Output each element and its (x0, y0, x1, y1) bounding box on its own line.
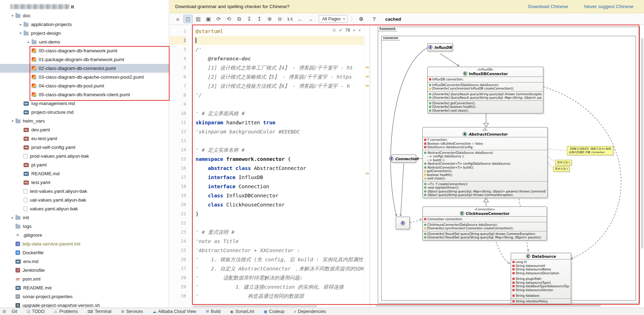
statusbar-codeup[interactable]: ▣Codeup (263, 309, 284, 314)
forward-icon[interactable]: → (306, 15, 315, 23)
chevron-down-icon[interactable]: ▾ (18, 31, 24, 35)
tree-item[interactable]: 05-class-diagram-db-framework-client.pum… (0, 90, 169, 99)
tree-item[interactable]: ▾project-design (0, 29, 169, 38)
menu-icon[interactable]: ≡ (173, 15, 183, 23)
tree-item[interactable]: ▸application-projects (0, 20, 169, 29)
info-stripe-mark[interactable] (366, 173, 369, 174)
tree-item[interactable]: ▸uml-demo (0, 38, 169, 46)
save-diagram-icon[interactable]: ↧ (244, 15, 254, 23)
tree-item[interactable]: MDlog-management.md (0, 99, 169, 108)
line-number: 10 (170, 109, 186, 118)
tree-item[interactable]: YMLtest.yaml (0, 178, 169, 187)
tree-item[interactable]: values.yaml.aliyun-bak (0, 204, 169, 213)
uml-member: [Overwrite] ResultSet query(String query… (424, 232, 545, 236)
tree-item[interactable]: MDREADME.md (0, 283, 169, 292)
tree-item[interactable]: ▾doc (0, 11, 169, 20)
reload-now-icon[interactable]: ⟲ (224, 15, 234, 23)
preview-horizontal-scrollbar[interactable] (372, 304, 639, 307)
settings-wrench-icon[interactable]: ⚙ (356, 15, 366, 23)
statusbar-dependencies[interactable]: ≡Dependencies (294, 309, 326, 314)
zoom-out-icon[interactable]: ⊖ (275, 15, 285, 23)
tree-item[interactable]: IJbdp-data-service-parent.iml (0, 239, 169, 248)
split-preview-icon[interactable]: ◫ (183, 15, 193, 23)
puml-file-icon (32, 92, 36, 97)
statusbar-todo[interactable]: ☑TODO (27, 309, 45, 314)
line-number: 9 (170, 100, 186, 109)
line-number: 11 (170, 118, 186, 127)
tree-item-project-root[interactable]: lt (0, 2, 169, 11)
editor-scrollbar[interactable] (364, 25, 370, 308)
chevron-down-icon[interactable]: ▾ (9, 14, 15, 18)
warning-stripe-mark[interactable] (366, 76, 369, 77)
previous-highlight-icon[interactable]: ∧ (353, 28, 355, 32)
tree-item[interactable]: 00-class-diagram-db-framework.puml (0, 46, 169, 55)
warning-stripe-mark[interactable] (366, 85, 369, 86)
tree-item[interactable]: mpom.xml (0, 275, 169, 283)
tree-item[interactable]: ▸init (0, 213, 169, 222)
chevron-right-icon[interactable]: ▸ (18, 22, 24, 26)
editor-horizontal-scrollbar[interactable] (192, 305, 364, 308)
tree-item[interactable]: MDproject-structure.md (0, 108, 169, 117)
statusbar-services[interactable]: ⚙Services (121, 309, 143, 314)
warning-stripe-mark[interactable] (366, 67, 369, 68)
tree-item-label: test.yaml (31, 180, 50, 185)
tree-item[interactable]: 02-class-diagram-db-connector.puml (0, 64, 169, 73)
tree-item[interactable]: uat-values.yaml.aliyun-bak (0, 196, 169, 204)
refresh-icon[interactable]: ⟳ (214, 15, 223, 23)
chevron-down-icon[interactable]: ▾ (9, 119, 15, 123)
editor-gutter[interactable]: 1234567891011121314151617181920212223242… (170, 25, 192, 308)
tree-item[interactable]: 03-class-diagram-db-apache-common-pool2.… (0, 73, 169, 81)
tree-item[interactable]: YMLprod-self-config.yaml (0, 143, 169, 152)
tree-item[interactable]: MDREADME.md (0, 169, 169, 178)
uml-class-header: «Connection»CClickhouseConnector (423, 207, 547, 217)
tree-item[interactable]: YMLeu-test.yaml (0, 134, 169, 143)
redacted-project-name (10, 4, 69, 9)
next-highlight-icon[interactable]: ∨ (358, 28, 361, 32)
preview-vertical-scrollbar[interactable] (640, 27, 644, 303)
tree-item[interactable]: prod-values.yaml.aliyun-bak (0, 152, 169, 160)
statusbar-build[interactable]: ⚒Build (206, 309, 221, 314)
docker-file-icon: D (15, 250, 20, 255)
back-icon[interactable]: ← (295, 15, 305, 23)
inspection-widget[interactable]: ⊘ ✔ 78 ∧ ∨ (330, 27, 363, 33)
copy-diagram-icon[interactable]: ⧉ (234, 15, 244, 23)
tree-item[interactable]: YMLpt.yaml (0, 160, 169, 169)
tree-item[interactable]: DDockerfile (0, 248, 169, 257)
tree-item[interactable]: test-values.yaml.aliyun-bak (0, 187, 169, 196)
highlighting-level-icon[interactable]: ⊘ (332, 27, 336, 33)
chevron-right-icon[interactable]: ▸ (26, 40, 32, 44)
statusbar-alibaba-cloud-view[interactable]: ☁Alibaba Cloud View (152, 309, 196, 314)
tree-item[interactable]: logs (0, 222, 169, 231)
tree-item[interactable]: 01-package-disgram-db-framework.puml (0, 55, 169, 64)
statusbar-terminal[interactable]: ⌨Terminal (87, 309, 111, 314)
tree-item[interactable]: ▾helm_vars (0, 117, 169, 125)
chevron-right-icon[interactable]: ▸ (9, 216, 15, 219)
statusbar-sonarlint[interactable]: ◉SonarLint (230, 309, 254, 314)
tree-item[interactable]: $upgrade-project-snapshot-version.sh (0, 301, 169, 308)
zoom-in-icon[interactable]: ⊕ (265, 15, 274, 23)
uml-preview-pane[interactable]: framework connector IInfluxDB «InfluxDB»… (370, 25, 644, 308)
tree-item-label: prod-values.yaml.aliyun-bak (30, 153, 89, 159)
editor-line: ' 2. 自定义 AbstractConnector ，来解决不同数据库提供的S… (196, 264, 364, 273)
alibaba-cloud-view-icon: ☁ (152, 309, 156, 314)
statusbar-git[interactable]: Git (12, 309, 17, 314)
download-chinese-link[interactable]: Download Chinese (528, 4, 568, 9)
show-image-icon[interactable]: ▣ (204, 15, 213, 23)
tree-item[interactable]: JJenkinsfile (0, 266, 169, 275)
tree-item[interactable]: YMLdev.yaml (0, 125, 169, 134)
statusbar-label: Git (12, 309, 17, 314)
tree-item[interactable]: 04-class-diagram-db-pool.puml (0, 81, 169, 90)
split-editor-icon[interactable]: ▥ (193, 15, 203, 23)
window-grid-icon[interactable]: ⊞ (2, 309, 6, 314)
help-icon[interactable]: ? (369, 15, 379, 23)
tree-item[interactable]: ≡sonar-project.properties (0, 292, 169, 301)
zoom-reset-icon[interactable]: 1:1 (285, 15, 295, 23)
never-suggest-chinese-link[interactable]: Never suggest Chinese (584, 4, 633, 9)
code-editor[interactable]: @startuml/' @reference-doc [1] 设计模式之简单工厂… (192, 25, 364, 305)
statusbar-problems[interactable]: ⚠Problems (54, 309, 78, 314)
tree-item[interactable]: ⚙.gitignore (0, 231, 169, 239)
pages-dropdown[interactable]: All Pages ▾ (319, 15, 347, 23)
export-diagram-icon[interactable]: ↥ (255, 15, 264, 23)
tree-item[interactable]: MDenv.md (0, 257, 169, 266)
tree-item-label: 01-package-disgram-db-framework.puml (39, 57, 124, 62)
